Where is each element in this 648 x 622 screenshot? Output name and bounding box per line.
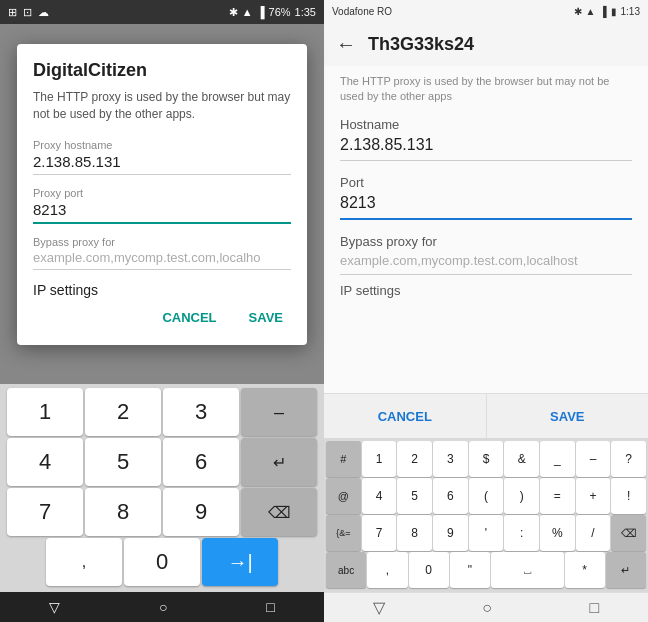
- right-page-title: Th3G33ks24: [368, 34, 474, 55]
- battery-text: 76%: [269, 6, 291, 18]
- key-4[interactable]: 4: [7, 438, 83, 486]
- rkey-1[interactable]: 1: [362, 441, 397, 477]
- keyboard-row-1: 1 2 3 –: [0, 388, 324, 436]
- rkey-exclaim[interactable]: !: [611, 478, 646, 514]
- save-button-right[interactable]: SAVE: [487, 394, 649, 438]
- rkey-backspace[interactable]: ⌫: [611, 515, 646, 551]
- rkey-special[interactable]: {&=: [326, 515, 361, 551]
- key-next[interactable]: →|: [202, 538, 278, 586]
- key-7[interactable]: 7: [7, 488, 83, 536]
- rkey-question[interactable]: ?: [611, 441, 646, 477]
- key-enter[interactable]: ↵: [241, 438, 317, 486]
- rkey-underscore[interactable]: _: [540, 441, 575, 477]
- right-description: The HTTP proxy is used by the browser bu…: [340, 74, 632, 105]
- key-0[interactable]: 0: [124, 538, 200, 586]
- rkey-hash[interactable]: #: [326, 441, 361, 477]
- rkey-plus[interactable]: +: [576, 478, 611, 514]
- port-value[interactable]: 8213: [33, 201, 291, 224]
- key-minus[interactable]: –: [241, 388, 317, 436]
- keyboard-row-4: , 0 →|: [0, 538, 324, 586]
- right-keyboard: # 1 2 3 $ & _ – ? @ 4 5 6 ( ) = + ! {&= …: [324, 438, 648, 592]
- rkey-rparen[interactable]: ): [504, 478, 539, 514]
- left-status-icons: ⊞ ⊡ ☁: [8, 6, 49, 19]
- dialog-title: DigitalCitizen: [33, 60, 291, 81]
- right-bypass-value[interactable]: example.com,mycomp.test.com,localhost: [340, 253, 632, 275]
- right-hostname-label: Hostname: [340, 117, 632, 132]
- rkey-dollar[interactable]: $: [469, 441, 504, 477]
- left-nav-bar: ▽ ○ □: [0, 592, 324, 622]
- rkey-enter[interactable]: ↵: [606, 552, 646, 588]
- dialog-buttons: CANCEL SAVE: [33, 306, 291, 329]
- back-button[interactable]: ←: [336, 33, 356, 56]
- rkey-asterisk[interactable]: *: [565, 552, 605, 588]
- home-nav-icon[interactable]: ○: [159, 599, 167, 615]
- time-text: 1:35: [295, 6, 316, 18]
- right-action-bar: CANCEL SAVE: [324, 393, 648, 438]
- rkey-3[interactable]: 3: [433, 441, 468, 477]
- right-signal-icon: ▐: [599, 6, 606, 17]
- key-1[interactable]: 1: [7, 388, 83, 436]
- back-nav-icon[interactable]: ▽: [49, 599, 60, 615]
- right-panel: Vodafone RO ✱ ▲ ▐ ▮ 1:13 ← Th3G33ks24 Th…: [324, 0, 648, 622]
- key-6[interactable]: 6: [163, 438, 239, 486]
- rkey-space[interactable]: ⎵: [491, 552, 564, 588]
- recent-nav-icon[interactable]: □: [266, 599, 274, 615]
- rkey-5[interactable]: 5: [397, 478, 432, 514]
- dialog-description: The HTTP proxy is used by the browser bu…: [33, 89, 291, 123]
- right-nav-bar: ▽ ○ □: [324, 592, 648, 622]
- right-port-label: Port: [340, 175, 632, 190]
- key-2[interactable]: 2: [85, 388, 161, 436]
- rkey-6[interactable]: 6: [433, 478, 468, 514]
- cancel-button-right[interactable]: CANCEL: [324, 394, 487, 438]
- rkey-dash[interactable]: –: [576, 441, 611, 477]
- left-status-right: ✱ ▲ ▐ 76% 1:35: [229, 6, 316, 19]
- right-time: 1:13: [621, 6, 640, 17]
- port-label: Proxy port: [33, 187, 291, 199]
- left-panel: ⊞ ⊡ ☁ ✱ ▲ ▐ 76% 1:35 DigitalCitizen The …: [0, 0, 324, 622]
- dialog-overlay: DigitalCitizen The HTTP proxy is used by…: [0, 24, 324, 422]
- right-status-bar: Vodafone RO ✱ ▲ ▐ ▮ 1:13: [324, 0, 648, 22]
- hostname-label: Proxy hostname: [33, 139, 291, 151]
- rkey-slash[interactable]: /: [576, 515, 611, 551]
- right-ip-label: IP settings: [340, 283, 632, 298]
- save-button-left[interactable]: SAVE: [241, 306, 291, 329]
- ip-settings-label: IP settings: [33, 282, 291, 298]
- right-home-nav-icon[interactable]: ○: [482, 599, 492, 617]
- right-hostname-value[interactable]: 2.138.85.131: [340, 136, 632, 161]
- rkey-2[interactable]: 2: [397, 441, 432, 477]
- bypass-value[interactable]: example.com,mycomp.test.com,localho: [33, 250, 291, 270]
- right-bt-icon: ✱: [574, 6, 582, 17]
- rkey-percent[interactable]: %: [540, 515, 575, 551]
- right-wifi-icon: ▲: [586, 6, 596, 17]
- rkey-comma[interactable]: ,: [367, 552, 407, 588]
- rkey-equals[interactable]: =: [540, 478, 575, 514]
- key-9[interactable]: 9: [163, 488, 239, 536]
- key-5[interactable]: 5: [85, 438, 161, 486]
- screenshot-icon: ⊞: [8, 6, 17, 19]
- right-back-nav-icon[interactable]: ▽: [373, 598, 385, 617]
- key-backspace[interactable]: ⌫: [241, 488, 317, 536]
- rkey-4[interactable]: 4: [362, 478, 397, 514]
- rkey-8[interactable]: 8: [397, 515, 432, 551]
- rkey-at[interactable]: @: [326, 478, 361, 514]
- rkey-lparen[interactable]: (: [469, 478, 504, 514]
- key-8[interactable]: 8: [85, 488, 161, 536]
- cancel-button-left[interactable]: CANCEL: [154, 306, 224, 329]
- rkey-7[interactable]: 7: [362, 515, 397, 551]
- bluetooth-icon: ✱: [229, 6, 238, 19]
- rkey-9[interactable]: 9: [433, 515, 468, 551]
- rkey-0[interactable]: 0: [409, 552, 449, 588]
- right-recent-nav-icon[interactable]: □: [590, 599, 600, 617]
- rkey-amp[interactable]: &: [504, 441, 539, 477]
- key-comma[interactable]: ,: [46, 538, 122, 586]
- right-port-value[interactable]: 8213: [340, 194, 632, 220]
- key-3[interactable]: 3: [163, 388, 239, 436]
- rkey-colon[interactable]: :: [504, 515, 539, 551]
- left-dialog: DigitalCitizen The HTTP proxy is used by…: [17, 44, 307, 345]
- rkey-quote[interactable]: ': [469, 515, 504, 551]
- rkey-dquote[interactable]: ": [450, 552, 490, 588]
- hostname-value[interactable]: 2.138.85.131: [33, 153, 291, 175]
- rkey-row-4: abc , 0 " ⎵ * ↵: [326, 552, 646, 588]
- left-keyboard: 1 2 3 – 4 5 6 ↵ 7 8 9 ⌫ , 0 →|: [0, 384, 324, 592]
- rkey-abc[interactable]: abc: [326, 552, 366, 588]
